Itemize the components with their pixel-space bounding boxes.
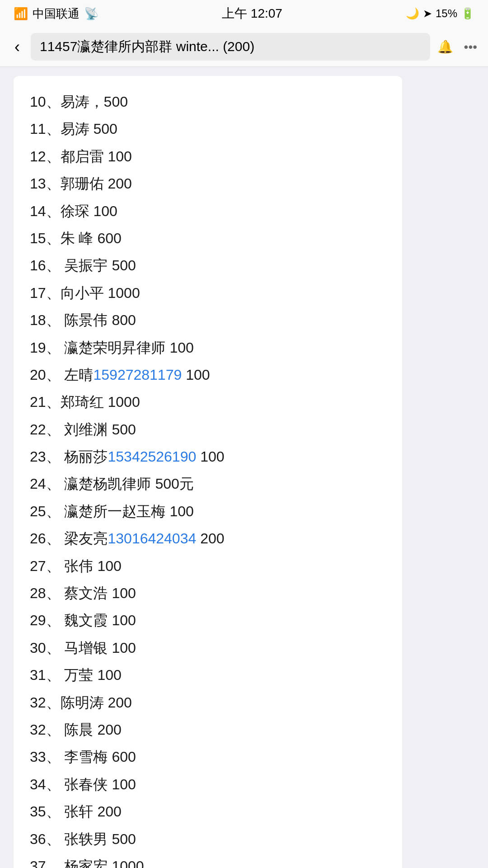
list-item: 36、 张轶男 500 [30,827,386,851]
list-item: 26、 梁友亮13016424034 200 [30,526,386,551]
time-label: 上午 12:07 [222,5,282,22]
list-item: 22、 刘维渊 500 [30,417,386,442]
list-item: 31、 万莹 100 [30,663,386,687]
list-item: 29、 魏文霞 100 [30,608,386,632]
list-item: 16、 吴振宇 500 [30,253,386,278]
list-item: 20、 左晴15927281179 100 [30,363,386,387]
list-item: 28、 蔡文浩 100 [30,581,386,605]
list-item: 30、 马增银 100 [30,636,386,660]
nav-bar: ‹ 11457瀛楚律所内部群 winte... (200) 🔔 ••• [0,27,488,67]
list-item: 33、 李雪梅 600 [30,745,386,769]
list-item: 32、陈明涛 200 [30,690,386,715]
phone-link[interactable]: 13016424034 [108,530,196,547]
list-item: 27、 张伟 100 [30,554,386,578]
more-icon[interactable]: ••• [464,40,477,54]
signal-icon: 📶 [14,7,28,21]
list-item: 37、 杨家宏 1000 [30,854,386,868]
status-right: 🌙 ➤ 15% 🔋 [406,7,474,20]
battery-label: 15% [436,7,457,20]
carrier-label: 中国联通 [33,6,80,22]
list-item: 13、郭珊佑 200 [30,171,386,196]
list-item: 18、 陈景伟 800 [30,308,386,332]
list-item: 34、 张春侠 100 [30,772,386,797]
notification-icon[interactable]: 🔔 [437,39,453,54]
chat-title: 11457瀛楚律所内部群 winte... (200) [40,38,254,56]
status-bar: 📶 中国联通 📡 上午 12:07 🌙 ➤ 15% 🔋 [0,0,488,27]
list-item: 15、朱 峰 600 [30,226,386,250]
list-item: 23、 杨丽莎15342526190 100 [30,444,386,469]
phone-link[interactable]: 15927281179 [93,367,182,383]
chat-area: 10、易涛，50011、易涛 50012、都启雷 10013、郭珊佑 20014… [0,67,488,868]
list-item: 14、徐琛 100 [30,199,386,223]
list-item: 11、易涛 500 [30,117,386,141]
status-left: 📶 中国联通 📡 [14,6,99,22]
nav-title-container[interactable]: 11457瀛楚律所内部群 winte... (200) [31,33,430,61]
phone-link[interactable]: 15342526190 [108,448,196,465]
wifi-icon: 📡 [84,7,99,21]
list-item: 21、郑琦红 1000 [30,390,386,414]
nav-icons: 🔔 ••• [437,39,477,54]
list-item: 17、向小平 1000 [30,281,386,305]
list-item: 25、 瀛楚所一赵玉梅 100 [30,499,386,524]
location-icon: ➤ [423,7,432,20]
moon-icon: 🌙 [406,7,419,20]
battery-icon: 🔋 [461,7,474,20]
list-item: 12、都启雷 100 [30,144,386,169]
list-item: 10、易涛，500 [30,90,386,114]
message-bubble: 10、易涛，50011、易涛 50012、都启雷 10013、郭珊佑 20014… [14,76,402,868]
back-button[interactable]: ‹ [11,34,23,60]
list-item: 24、 瀛楚杨凯律师 500元 [30,472,386,496]
list-item: 32、 陈晨 200 [30,717,386,742]
list-item: 19、 瀛楚荣明昇律师 100 [30,335,386,360]
list-item: 35、 张轩 200 [30,799,386,824]
